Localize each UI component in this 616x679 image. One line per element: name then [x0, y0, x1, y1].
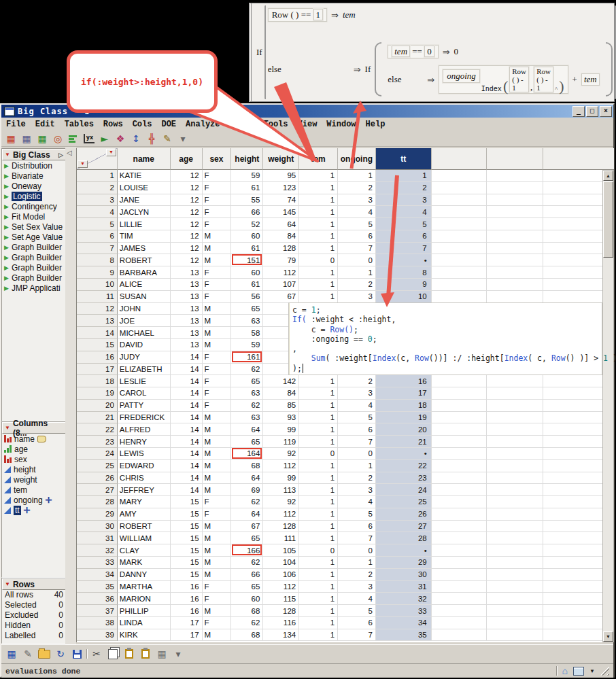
- column-item-ongoing[interactable]: ongoing✛: [2, 495, 66, 505]
- cell-empty[interactable]: [432, 436, 487, 448]
- menu-item-window[interactable]: Window: [322, 120, 360, 129]
- rows-panel-header[interactable]: ▼ Rows: [2, 578, 66, 590]
- cell-age[interactable]: 13: [171, 303, 203, 315]
- cell-name[interactable]: CAROL: [118, 387, 171, 400]
- cell-tem[interactable]: 1: [299, 279, 338, 291]
- cell-empty[interactable]: [432, 423, 487, 436]
- cell-ongoing[interactable]: 7: [338, 629, 376, 642]
- cell-name[interactable]: FREDERICK: [118, 412, 171, 424]
- cell-tt[interactable]: •: [376, 448, 432, 460]
- cell-sex[interactable]: F: [203, 182, 232, 194]
- sidebar-script-bivariate[interactable]: ▶Bivariate: [2, 171, 66, 181]
- cell-height[interactable]: 59: [231, 170, 263, 182]
- cell-height[interactable]: 67: [231, 521, 263, 533]
- cell-empty[interactable]: [432, 194, 487, 207]
- cell-ongoing[interactable]: 3: [338, 581, 376, 593]
- cell-tem[interactable]: 1: [299, 291, 338, 303]
- ongoing-ref[interactable]: ongoing: [443, 69, 480, 83]
- inner-branch1[interactable]: tem == 0 ⇒ 0: [388, 45, 599, 58]
- cell-empty[interactable]: [543, 544, 603, 557]
- column-header-name[interactable]: name: [118, 148, 171, 170]
- cell-empty[interactable]: [432, 170, 487, 182]
- inner-zero[interactable]: 0: [424, 46, 434, 57]
- cell-empty[interactable]: [543, 375, 603, 387]
- cell-age[interactable]: 13: [171, 266, 203, 279]
- column-item-weight[interactable]: weight: [2, 474, 66, 485]
- row-number-cell[interactable]: 33: [77, 557, 118, 569]
- cell-sex[interactable]: M: [203, 460, 232, 472]
- menu-item-graph[interactable]: Graph: [225, 120, 259, 129]
- row-number-cell[interactable]: 37: [77, 605, 118, 617]
- cell-empty[interactable]: [543, 593, 603, 605]
- cell-empty[interactable]: [432, 412, 487, 424]
- menu-item-tables[interactable]: Tables: [60, 120, 99, 129]
- cell-empty[interactable]: [487, 569, 543, 581]
- cell-empty[interactable]: [432, 375, 487, 387]
- cell-height[interactable]: 65: [231, 375, 263, 387]
- cell-tt[interactable]: 20: [376, 423, 432, 436]
- row-number-cell[interactable]: 12: [77, 303, 118, 315]
- cell-tem[interactable]: 1: [299, 243, 338, 255]
- formula-one[interactable]: 1: [313, 9, 324, 20]
- cell-empty[interactable]: [487, 375, 543, 387]
- cell-sex[interactable]: F: [203, 351, 232, 364]
- row-number-cell[interactable]: 6: [77, 230, 118, 243]
- cell-tt[interactable]: 24: [376, 484, 432, 496]
- cell-name[interactable]: MARY: [118, 496, 171, 508]
- cell-sex[interactable]: F: [203, 194, 232, 207]
- cell-empty[interactable]: [432, 593, 487, 605]
- cell-empty[interactable]: [543, 218, 603, 230]
- cell-tt[interactable]: 7: [376, 243, 432, 255]
- cell-tt[interactable]: 25: [376, 496, 432, 508]
- cell-age[interactable]: 14: [171, 351, 203, 364]
- cell-name[interactable]: JACLYN: [118, 206, 171, 218]
- cell-name[interactable]: MARTHA: [118, 581, 171, 593]
- cell-tem[interactable]: 1: [299, 436, 338, 448]
- cell-name[interactable]: BARBARA: [118, 266, 171, 279]
- cell-ongoing[interactable]: 2: [338, 569, 376, 581]
- cell-empty[interactable]: [543, 557, 603, 569]
- cell-ongoing[interactable]: 3: [338, 387, 376, 400]
- cell-tt[interactable]: 28: [376, 532, 432, 544]
- cell-tem[interactable]: 1: [299, 182, 338, 194]
- cell-name[interactable]: LEWIS: [118, 448, 171, 460]
- cell-ongoing[interactable]: 4: [338, 496, 376, 508]
- cell-sex[interactable]: M: [203, 315, 232, 327]
- cell-empty[interactable]: [432, 206, 487, 218]
- cell-sex[interactable]: M: [203, 412, 232, 424]
- cell-weight[interactable]: 92: [263, 448, 299, 460]
- cell-sex[interactable]: F: [203, 218, 232, 230]
- row-number-cell[interactable]: 13: [77, 315, 118, 327]
- cell-sex[interactable]: F: [203, 617, 232, 629]
- cell-tt[interactable]: 29: [376, 557, 432, 569]
- cell-tem[interactable]: 0: [299, 448, 338, 460]
- cell-empty[interactable]: [487, 484, 543, 496]
- columns-menu-button[interactable]: ▼: [106, 149, 116, 156]
- row-number-cell[interactable]: 19: [77, 387, 118, 400]
- sidebar-script-distribution[interactable]: ▶Distribution: [2, 160, 66, 171]
- window-list-icon[interactable]: [573, 667, 584, 676]
- cell-age[interactable]: 13: [171, 315, 203, 327]
- cell-empty[interactable]: [432, 448, 487, 460]
- cell-name[interactable]: ALICE: [118, 279, 171, 291]
- inner-result[interactable]: 0: [454, 46, 459, 57]
- cell-ongoing[interactable]: 0: [338, 448, 376, 460]
- cell-name[interactable]: SUSAN: [118, 291, 171, 303]
- cell-weight[interactable]: 128: [263, 605, 299, 617]
- cell-tt[interactable]: 35: [376, 629, 432, 642]
- cell-age[interactable]: 14: [171, 436, 203, 448]
- cell-empty[interactable]: [487, 170, 543, 182]
- cell-empty[interactable]: [432, 532, 487, 544]
- cell-sex[interactable]: M: [203, 448, 232, 460]
- cell-weight[interactable]: 115: [263, 593, 299, 605]
- cell-sex[interactable]: F: [203, 496, 232, 508]
- vertical-scrollbar[interactable]: ▲ ▼: [602, 170, 614, 642]
- cell-empty[interactable]: [432, 218, 487, 230]
- cell-tt[interactable]: 31: [376, 581, 432, 593]
- sidebar-script-contingency[interactable]: ▶Contingency: [2, 201, 66, 211]
- cell-weight[interactable]: 84: [263, 387, 299, 400]
- cell-tt[interactable]: 16: [376, 375, 432, 387]
- cell-height[interactable]: 66: [231, 206, 263, 218]
- cell-weight[interactable]: 99: [263, 472, 299, 485]
- cell-empty[interactable]: [432, 521, 487, 533]
